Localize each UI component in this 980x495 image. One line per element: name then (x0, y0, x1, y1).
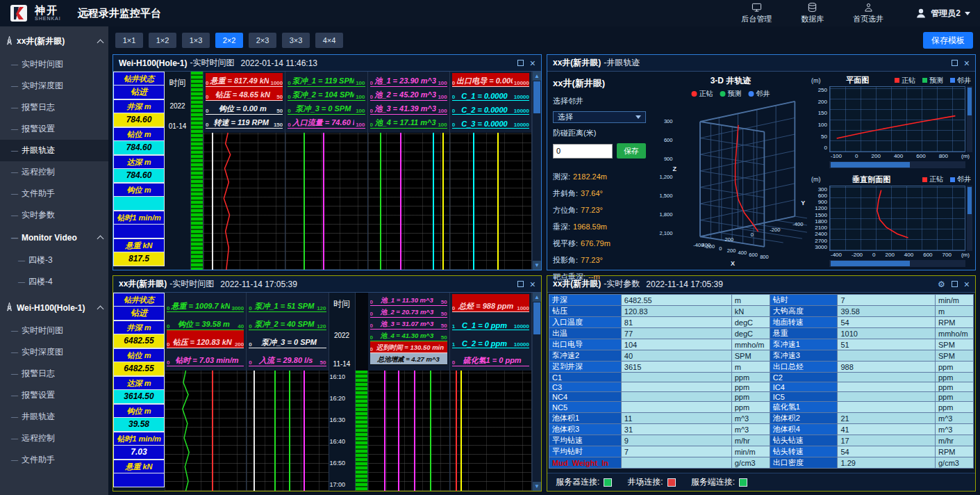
nav-admin[interactable]: 后台管理 (741, 2, 772, 24)
param-unit: min/m (935, 295, 973, 306)
scale-text: C_1 = 0 ppm (456, 321, 513, 330)
sidebar-item[interactable]: —实时参数 (0, 204, 108, 226)
x-axis-tick: 400 (894, 153, 903, 160)
param-unit: m^3 (935, 413, 973, 424)
sidebar-item[interactable]: —四楼-4 (0, 271, 108, 293)
nav-database[interactable]: 数据库 (801, 2, 824, 24)
horizontal-scrollbar[interactable] (829, 161, 965, 168)
axis-unit-label: (m) (961, 153, 970, 160)
y-axis-tick: 250 (818, 87, 827, 93)
x-axis-tick: -400 (831, 252, 842, 259)
save-distance-button[interactable]: 保存 (617, 143, 646, 159)
param-unit: m (731, 362, 770, 373)
collision-distance-input[interactable] (553, 144, 613, 159)
close-icon[interactable]: × (964, 58, 970, 68)
scale-text: 钩位 = 0.00 m (210, 104, 275, 114)
trajectory-stat: 方位角:77.23° (553, 205, 646, 216)
y-axis-tick: 900 (818, 199, 827, 205)
layout-1x2-button[interactable]: 1×2 (149, 33, 176, 48)
vertical-scrollbar[interactable] (967, 186, 972, 252)
y-axis-tick: 400 (702, 242, 711, 248)
sidebar-item[interactable]: —实时深度图 (0, 341, 108, 363)
param-unit: m/hr (935, 435, 973, 446)
vertical-scrollbar[interactable]: ▲▼ (532, 72, 541, 270)
user-menu[interactable]: 管理员2 (915, 8, 970, 19)
scroll-thumb[interactable] (533, 302, 540, 334)
sidebar-item[interactable]: —远程控制 (0, 428, 108, 449)
expand-icon[interactable] (952, 281, 958, 287)
expand-icon[interactable] (517, 60, 524, 66)
expand-icon[interactable] (517, 281, 524, 287)
expand-icon[interactable] (952, 60, 958, 66)
sidebar-item[interactable]: —实时深度图 (0, 75, 108, 97)
scroll-thumb[interactable] (967, 88, 972, 115)
parameter-box: 钻井状态钻进 (113, 72, 165, 99)
param-value: 51 (838, 339, 936, 350)
panel-title-datetime: 2022-11-14 17:05:39 (220, 279, 297, 289)
nav-home[interactable]: 首页选井 (853, 2, 883, 24)
track-plot (368, 133, 449, 270)
scroll-thumb[interactable] (831, 261, 910, 266)
horizontal-scrollbar[interactable] (829, 260, 965, 267)
sidebar-item[interactable]: —实时时间图 (0, 54, 108, 75)
scroll-up-button[interactable]: ▲ (533, 293, 541, 302)
panel-actions: ⚙ × (938, 279, 970, 289)
scroll-thumb[interactable] (533, 81, 540, 113)
logo-en: SHENKAI (35, 16, 61, 22)
param-unit: g/cm3 (935, 457, 973, 469)
chart-title: 平面图 (846, 75, 869, 86)
trajectory-side-charts: (m)平面图正钻预测邻井250200150100500-100020040060… (810, 72, 975, 270)
scroll-up-button[interactable]: ▲ (533, 72, 541, 81)
y-axis-ticks: 250200150100500 (810, 86, 829, 152)
sidebar-item[interactable]: —报警日志 (0, 97, 108, 118)
scale-text: 池_4 = 17.11 m^3 (374, 117, 436, 128)
layout-3x3-button[interactable]: 3×3 (282, 33, 310, 48)
layout-2x3-button[interactable]: 2×3 (249, 33, 276, 48)
parameter-label: 钻井状态 (113, 72, 165, 85)
chevron-down-icon (965, 12, 970, 15)
sidebar-item[interactable]: —井眼轨迹 (0, 140, 108, 161)
sidebar-item[interactable]: —四楼-3 (0, 250, 108, 271)
settings-icon[interactable]: ⚙ (938, 280, 945, 289)
scroll-down-button[interactable]: ▼ (533, 482, 541, 491)
sidebar-item[interactable]: —报警日志 (0, 363, 108, 384)
param-name: 钻头钻速 (770, 435, 838, 446)
parameter-box: 钻位 m784.60 (113, 127, 165, 155)
vertical-scrollbar[interactable] (967, 86, 972, 152)
curve-scale-label: 0迟到时间 = 130.50 min (370, 341, 447, 353)
scale-max: 50 (276, 94, 283, 100)
sidebar-item[interactable]: —远程控制 (0, 161, 108, 183)
param-value (838, 392, 936, 402)
layout-1x1-button[interactable]: 1×1 (115, 33, 143, 48)
sidebar-well-1[interactable]: Wei-H100(Hole-1) (0, 295, 108, 320)
scroll-thumb[interactable] (831, 162, 910, 168)
scroll-thumb[interactable] (967, 187, 972, 215)
parameter-box: 钻位 m6482.55 (113, 348, 165, 376)
curve-line (384, 371, 385, 491)
neighbor-well-select[interactable]: 选择 (553, 111, 646, 123)
vertical-scrollbar[interactable]: ▲▼ (532, 293, 541, 491)
close-icon[interactable]: × (530, 58, 535, 68)
sidebar-item[interactable]: —文件助手 (0, 449, 108, 471)
parameter-label: 钩位 m (113, 404, 165, 417)
layout-4x4-button[interactable]: 4×4 (315, 33, 343, 48)
layout-2x2-button[interactable]: 2×2 (215, 33, 243, 48)
sidebar-monitor-video[interactable]: —Monitor Video (0, 226, 108, 250)
layout-1x3-button[interactable]: 1×3 (182, 33, 210, 48)
sidebar-item[interactable]: —实时时间图 (0, 320, 108, 341)
tree-dash-icon: — (11, 190, 18, 197)
sidebar-item[interactable]: —报警设置 (0, 384, 108, 406)
sidebar-item[interactable]: —报警设置 (0, 118, 108, 140)
close-icon[interactable]: × (530, 279, 535, 289)
save-template-button[interactable]: 保存模板 (923, 32, 973, 49)
panel-title-well: xx井(新井眼) (119, 278, 167, 290)
close-icon[interactable]: × (964, 279, 970, 289)
param-value: 17 (838, 435, 936, 446)
y-axis-tick: 2700 (815, 238, 827, 244)
sidebar-well-0[interactable]: xx井(新井眼) (0, 29, 108, 54)
trajectory-stats: 测深:2182.24m井斜角:37.64°方位角:77.23°垂深:1968.5… (553, 172, 646, 282)
sidebar-item[interactable]: —文件助手 (0, 183, 108, 204)
sidebar-item[interactable]: —井眼轨迹 (0, 406, 108, 428)
scroll-down-button[interactable]: ▼ (533, 261, 541, 270)
param-unit: degC (731, 328, 770, 339)
